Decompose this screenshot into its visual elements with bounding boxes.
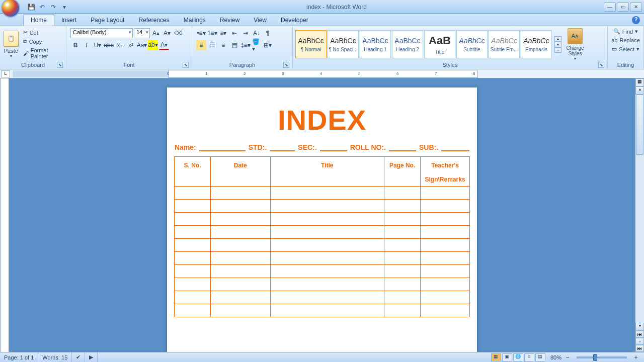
style-heading-2[interactable]: AaBbCcHeading 2	[392, 30, 423, 58]
table-cell[interactable]	[175, 239, 211, 252]
undo-button[interactable]: ↶	[37, 2, 47, 12]
doc-title[interactable]: INDEX	[174, 104, 470, 136]
format-painter-button[interactable]: 🖌Format Painter	[21, 46, 64, 60]
table-header[interactable]: Teacher'sSign\Remarks	[421, 157, 470, 187]
field-blank[interactable]	[320, 143, 347, 151]
table-row[interactable]	[175, 304, 470, 317]
style-gallery[interactable]: AaBbCc¶ NormalAaBbCc¶ No Spaci...AaBbCcH…	[295, 30, 552, 59]
bullets-button[interactable]: •≡▾	[196, 28, 206, 38]
style-down[interactable]: ▾	[554, 42, 561, 47]
grow-font-button[interactable]: A▴	[151, 28, 161, 38]
scroll-down-button[interactable]: ▾	[635, 323, 644, 331]
superscript-button[interactable]: x²	[126, 40, 136, 50]
table-row[interactable]	[175, 187, 470, 200]
word-count[interactable]: Words: 15	[38, 352, 72, 362]
table-cell[interactable]	[211, 200, 270, 213]
style--no-spaci-[interactable]: AaBbCc¶ No Spaci...	[328, 30, 359, 58]
prev-page-button[interactable]: ⏮	[635, 331, 644, 338]
align-center-button[interactable]: ☰	[207, 40, 217, 50]
font-family-combo[interactable]: Calibri (Body)	[70, 28, 133, 38]
table-cell[interactable]	[270, 226, 384, 239]
find-button[interactable]: 🔍Find ▾	[611, 27, 640, 36]
table-cell[interactable]	[421, 265, 470, 278]
inc-indent-button[interactable]: ⇥	[240, 28, 251, 38]
show-marks-button[interactable]: ¶	[263, 28, 273, 38]
styles-launcher[interactable]: ⬊	[598, 62, 604, 68]
table-cell[interactable]	[175, 265, 211, 278]
style-more[interactable]: ⎓	[554, 47, 561, 53]
browse-select-button[interactable]: ◦	[635, 338, 644, 345]
redo-button[interactable]: ↷	[48, 2, 58, 12]
table-cell[interactable]	[270, 265, 384, 278]
table-cell[interactable]	[211, 291, 270, 304]
table-cell[interactable]	[211, 304, 270, 317]
copy-button[interactable]: ⧉Copy	[21, 37, 64, 46]
maximize-button[interactable]: ▭	[617, 3, 629, 12]
style-heading-1[interactable]: AaBbCcHeading 1	[360, 30, 391, 58]
table-cell[interactable]	[421, 213, 470, 226]
numbering-button[interactable]: 1≡▾	[207, 28, 217, 38]
table-cell[interactable]	[211, 226, 270, 239]
vertical-ruler[interactable]	[0, 78, 9, 352]
style-title[interactable]: AaBTitle	[424, 30, 455, 58]
table-cell[interactable]	[175, 187, 211, 200]
justify-button[interactable]: ▤	[229, 40, 239, 50]
table-cell[interactable]	[421, 187, 470, 200]
font-color-button[interactable]: A▾	[159, 40, 169, 50]
tab-review[interactable]: Review	[213, 15, 247, 26]
highlight-button[interactable]: ab▾	[148, 40, 158, 50]
table-cell[interactable]	[175, 200, 211, 213]
table-cell[interactable]	[270, 304, 384, 317]
table-row[interactable]	[175, 291, 470, 304]
table-cell[interactable]	[384, 187, 421, 200]
shading-button[interactable]: 🪣▾	[252, 40, 262, 50]
web-layout-view[interactable]: 🌐	[513, 353, 523, 361]
table-row[interactable]	[175, 239, 470, 252]
tab-mailings[interactable]: Mailings	[177, 15, 213, 26]
page-status[interactable]: Page: 1 of 1	[0, 352, 38, 362]
subscript-button[interactable]: x₂	[115, 40, 125, 50]
table-row[interactable]	[175, 213, 470, 226]
table-cell[interactable]	[211, 265, 270, 278]
scroll-track[interactable]	[635, 95, 644, 323]
scroll-up-button[interactable]: ▴	[635, 86, 644, 95]
full-screen-view[interactable]: ▣	[502, 353, 512, 361]
table-cell[interactable]	[211, 213, 270, 226]
help-icon[interactable]: ?	[632, 16, 640, 24]
table-cell[interactable]	[175, 304, 211, 317]
next-page-button[interactable]: ⏭	[635, 345, 644, 352]
doc-fields-row[interactable]: Name:STD:.SEC:.ROLL NO:.SUB:.	[174, 143, 470, 151]
table-cell[interactable]	[384, 213, 421, 226]
proofing-status[interactable]: ✔	[72, 352, 85, 362]
borders-button[interactable]: ⊞▾	[263, 40, 273, 50]
table-row[interactable]	[175, 278, 470, 291]
zoom-out-button[interactable]: −	[562, 352, 573, 363]
table-cell[interactable]	[384, 226, 421, 239]
field-label[interactable]: SEC:.	[298, 143, 316, 151]
font-launcher[interactable]: ⬊	[183, 62, 189, 68]
table-row[interactable]	[175, 200, 470, 213]
tab-home[interactable]: Home	[23, 14, 54, 26]
table-cell[interactable]	[421, 278, 470, 291]
document-page[interactable]: INDEX Name:STD:.SEC:.ROLL NO:.SUB:. S. N…	[167, 87, 477, 352]
table-cell[interactable]	[270, 252, 384, 265]
replace-button[interactable]: abReplace	[609, 36, 642, 44]
field-blank[interactable]	[199, 143, 246, 151]
horizontal-ruler[interactable]: 012345678	[168, 70, 478, 78]
table-cell[interactable]	[270, 213, 384, 226]
zoom-level[interactable]: 80%	[550, 354, 561, 360]
table-row[interactable]	[175, 265, 470, 278]
italic-button[interactable]: I	[82, 40, 92, 50]
paste-button[interactable]: 📋 Paste ▾	[2, 28, 20, 61]
field-blank[interactable]	[389, 143, 416, 151]
table-cell[interactable]	[384, 291, 421, 304]
table-row[interactable]	[175, 226, 470, 239]
table-cell[interactable]	[384, 252, 421, 265]
style-up[interactable]: ▴	[554, 36, 561, 42]
table-cell[interactable]	[175, 278, 211, 291]
multilevel-button[interactable]: ≡▾	[218, 28, 228, 38]
tab-insert[interactable]: Insert	[54, 15, 84, 26]
table-cell[interactable]	[211, 239, 270, 252]
table-cell[interactable]	[270, 187, 384, 200]
change-styles-button[interactable]: Aᴀ Change Styles ▾	[562, 28, 588, 61]
